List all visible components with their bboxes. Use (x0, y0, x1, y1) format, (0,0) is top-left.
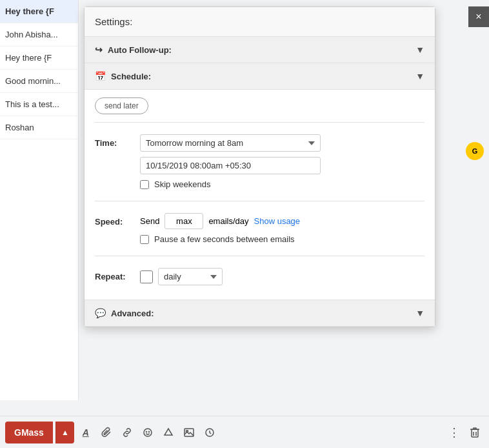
svg-point-2 (148, 431, 149, 432)
speed-inline: Send emails/day Show usage (140, 213, 424, 229)
email-item-1[interactable]: Hey there {F (0, 0, 78, 23)
speed-input[interactable] (165, 213, 203, 229)
schedule-icon: 📅 (95, 71, 106, 81)
email-item-6[interactable]: Roshan (0, 116, 78, 139)
pause-label: Pause a few seconds between emails (154, 234, 295, 244)
schedule-label: Schedule: (111, 72, 151, 81)
advanced-icon: 💬 (95, 308, 106, 318)
divider-2 (95, 201, 424, 201)
repeat-content: daily weekly monthly (140, 268, 424, 285)
repeat-row: Repeat: daily weekly monthly (95, 261, 424, 292)
schedule-section-header[interactable]: 📅 Schedule: ▼ (85, 63, 435, 90)
time-select[interactable]: Tomorrow morning at 8am In 1 hour This a… (140, 134, 321, 152)
image-icon[interactable] (180, 423, 198, 442)
trash-icon[interactable] (466, 423, 484, 442)
email-item-4[interactable]: Good mornin... (0, 70, 78, 93)
auto-follow-up-label: Auto Follow-up: (108, 45, 172, 55)
pause-row: Pause a few seconds between emails (140, 234, 424, 244)
email-item-2[interactable]: John Abisha... (0, 23, 78, 46)
auto-follow-up-icon: ↪ (95, 45, 103, 55)
pause-checkbox[interactable] (140, 235, 149, 244)
send-later-button[interactable]: send later (95, 97, 148, 114)
format-text-icon[interactable]: A (77, 423, 95, 442)
email-item-5[interactable]: This is a test... (0, 93, 78, 116)
svg-marker-3 (165, 429, 172, 435)
emoji-icon[interactable] (139, 423, 157, 442)
date-input[interactable] (140, 157, 321, 174)
auto-follow-up-section[interactable]: ↪ Auto Follow-up: ▼ (85, 37, 435, 63)
divider-3 (95, 256, 424, 256)
divider-1 (95, 122, 424, 123)
close-button[interactable]: × (468, 6, 489, 27)
attachment-icon[interactable] (97, 423, 115, 442)
gmass-arrow-button[interactable]: ▲ (55, 422, 74, 443)
svg-point-1 (146, 431, 146, 432)
bottom-toolbar: GMass ▲ A (0, 416, 489, 448)
settings-panel: Settings: ↪ Auto Follow-up: ▼ 📅 Schedule… (84, 6, 435, 327)
schedule-body: send later Time: Tomorrow morning at 8am… (85, 90, 435, 300)
email-list: Hey there {F John Abisha... Hey there {F… (0, 0, 79, 400)
skip-weekends-row: Skip weekends (140, 179, 424, 189)
drive-icon[interactable] (159, 423, 177, 442)
advanced-chevron: ▼ (415, 308, 424, 318)
time-content: Tomorrow morning at 8am In 1 hour This a… (140, 134, 424, 189)
speed-row: Speed: Send emails/day Show usage Pause … (95, 207, 424, 250)
show-usage-link[interactable]: Show usage (254, 216, 301, 226)
repeat-label: Repeat: (95, 268, 140, 281)
grammarly-badge: G (466, 142, 484, 160)
repeat-select[interactable]: daily weekly monthly (158, 268, 223, 285)
skip-weekends-label: Skip weekends (154, 179, 210, 189)
speed-label: Speed: (95, 213, 140, 227)
emails-per-day-label: emails/day (208, 216, 248, 226)
schedule-chevron: ▼ (415, 71, 424, 81)
schedule-toolbar-icon[interactable] (201, 423, 219, 442)
settings-title: Settings: (85, 7, 435, 37)
advanced-section[interactable]: 💬 Advanced: ▼ (85, 300, 435, 327)
gmass-button[interactable]: GMass (5, 422, 53, 443)
more-options-icon[interactable]: ⋮ (445, 423, 463, 442)
time-label: Time: (95, 134, 140, 148)
speed-content: Send emails/day Show usage Pause a few s… (140, 213, 424, 244)
send-label: Send (140, 216, 159, 226)
repeat-inline: daily weekly monthly (140, 268, 424, 285)
svg-rect-7 (472, 429, 478, 437)
svg-point-0 (144, 429, 152, 436)
advanced-label: Advanced: (111, 309, 154, 318)
auto-follow-up-chevron: ▼ (415, 45, 424, 55)
skip-weekends-checkbox[interactable] (140, 180, 149, 189)
time-row: Time: Tomorrow morning at 8am In 1 hour … (95, 128, 424, 196)
email-item-3[interactable]: Hey there {F (0, 46, 78, 70)
repeat-enable-checkbox[interactable] (140, 270, 153, 283)
link-icon[interactable] (118, 423, 136, 442)
